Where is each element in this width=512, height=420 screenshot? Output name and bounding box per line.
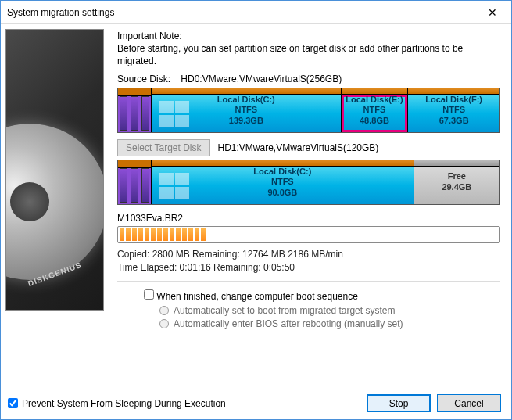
- boot-sequence-checkbox[interactable]: When finished, change computer boot sequ…: [144, 289, 500, 302]
- partition-name: Local Disk(E:): [346, 95, 403, 106]
- radio-icon: [159, 319, 169, 328]
- progress-stats: Copied: 2800 MB Remaining: 12764 MB 2186…: [117, 248, 500, 275]
- partition-size: 67.3GB: [439, 116, 469, 127]
- partition-name: Local Disk(F:): [425, 95, 482, 106]
- boot-sequence-label: When finished, change computer boot sequ…: [156, 291, 358, 302]
- source-disk-label: Source Disk:: [117, 74, 178, 84]
- current-file-label: M1033Eva.BR2: [117, 213, 500, 224]
- prevent-sleep-label: Prevent System From Sleeping During Exec…: [22, 398, 226, 409]
- main-area: DISKGENIUS Important Note: Before starti…: [1, 24, 511, 419]
- partition-fs: NTFS: [271, 177, 294, 188]
- source-partition-f[interactable]: Local Disk(F:) NTFS 67.3GB: [407, 88, 499, 132]
- progress-fill: [119, 228, 210, 242]
- target-partition-free[interactable]: Free 29.4GB: [414, 160, 499, 204]
- partition-fs: NTFS: [363, 105, 386, 116]
- boot-sequence-input[interactable]: [144, 289, 154, 300]
- source-partition-e[interactable]: Local Disk(E:) NTFS 48.8GB: [341, 88, 408, 132]
- partition-name: Local Disk(C:): [253, 167, 311, 178]
- enter-bios-radio: Automatically enter BIOS after rebooting…: [159, 318, 500, 329]
- prevent-sleep-input[interactable]: [8, 398, 18, 408]
- partition-name: Local Disk(C:): [217, 95, 275, 106]
- partition-name: Free: [448, 171, 466, 182]
- stop-button[interactable]: Stop: [367, 394, 431, 412]
- content: Important Note: Before starting, you can…: [106, 24, 511, 419]
- target-disk-bar[interactable]: Local Disk(C:) NTFS 90.0GB Free 29.4GB: [117, 160, 500, 205]
- footer: Prevent System From Sleeping During Exec…: [8, 394, 501, 412]
- source-partition-c[interactable]: Local Disk(C:) NTFS 139.3GB: [151, 88, 341, 132]
- enter-bios-label: Automatically enter BIOS after rebooting…: [174, 318, 403, 329]
- target-partition-c[interactable]: Local Disk(C:) NTFS 90.0GB: [151, 160, 414, 204]
- hdd-illustration: DISKGENIUS: [5, 29, 104, 311]
- boot-options: When finished, change computer boot sequ…: [144, 289, 500, 332]
- separator: [117, 281, 500, 282]
- auto-boot-label: Automatically set to boot from migrated …: [174, 305, 395, 316]
- partition-fs: NTFS: [235, 105, 257, 116]
- titlebar: System migration settings ✕: [1, 1, 511, 24]
- system-reserved-strips: [118, 88, 151, 132]
- windows-logo-icon: [156, 170, 194, 201]
- system-reserved-strips: [118, 160, 151, 204]
- target-disk-value: HD1:VMware,VMwareVirtualS(120GB): [218, 142, 379, 153]
- auto-boot-radio: Automatically set to boot from migrated …: [159, 305, 500, 316]
- partition-size: 29.4GB: [442, 182, 471, 193]
- note-body: Before starting, you can set partition s…: [117, 43, 500, 67]
- select-target-disk-button: Select Target Disk: [117, 139, 210, 156]
- cancel-button[interactable]: Cancel: [437, 394, 501, 412]
- sidebar: DISKGENIUS: [1, 24, 106, 419]
- source-disk-row: Source Disk: HD0:VMware,VMwareVirtualS(2…: [117, 74, 500, 84]
- windows-logo-icon: [156, 98, 194, 129]
- radio-icon: [159, 306, 169, 315]
- stats-line-2: Time Elapsed: 0:01:16 Remaining: 0:05:50: [117, 261, 500, 275]
- partition-size: 90.0GB: [267, 188, 297, 199]
- partition-size: 139.3GB: [229, 116, 263, 127]
- stats-line-1: Copied: 2800 MB Remaining: 12764 MB 2186…: [117, 248, 500, 261]
- partition-size: 48.8GB: [360, 116, 389, 127]
- partition-fs: NTFS: [442, 105, 465, 116]
- progress-bar: [117, 226, 500, 243]
- window-title: System migration settings: [7, 7, 477, 18]
- close-button[interactable]: ✕: [477, 2, 508, 23]
- source-disk-value: HD0:VMware,VMwareVirtualS(256GB): [181, 74, 342, 84]
- note-title: Important Note:: [117, 31, 500, 41]
- prevent-sleep-checkbox[interactable]: Prevent System From Sleeping During Exec…: [8, 398, 360, 409]
- source-disk-bar[interactable]: Local Disk(C:) NTFS 139.3GB Local Disk(E…: [117, 88, 500, 133]
- target-disk-row: Select Target Disk HD1:VMware,VMwareVirt…: [117, 139, 500, 156]
